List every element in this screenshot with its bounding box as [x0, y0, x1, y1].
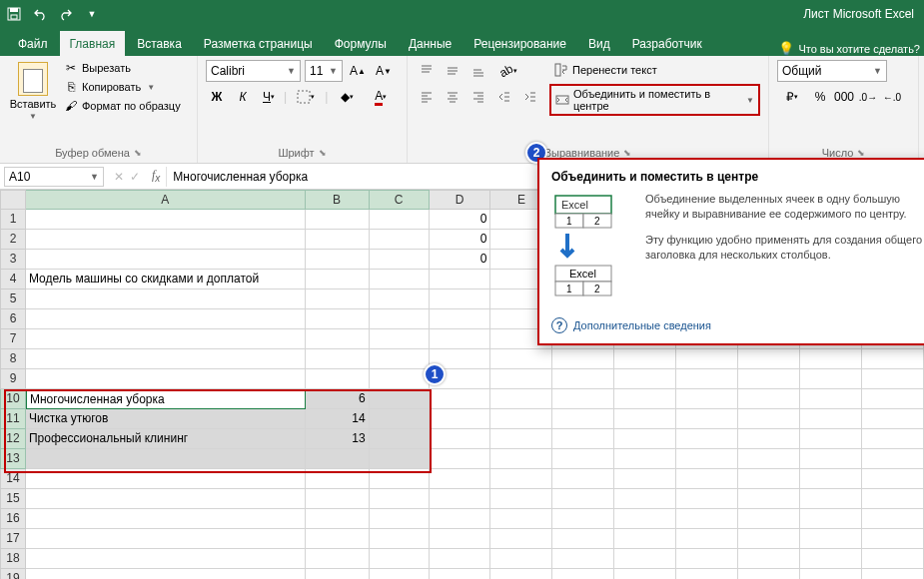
cell-K9[interactable] [862, 369, 924, 389]
cell-H13[interactable] [676, 449, 738, 469]
cell-F10[interactable] [552, 389, 614, 409]
cell-I12[interactable] [738, 429, 800, 449]
cell-C16[interactable] [370, 509, 430, 529]
cell-D6[interactable] [430, 309, 491, 329]
redo-icon[interactable] [56, 4, 76, 24]
cell-J15[interactable] [800, 489, 862, 509]
cell-I14[interactable] [738, 469, 800, 489]
cell-E19[interactable] [490, 569, 552, 579]
cell-A11[interactable]: Чистка утюгов [26, 409, 306, 429]
cell-A12[interactable]: Профессиональный клининг [26, 429, 306, 449]
cell-K10[interactable] [862, 389, 924, 409]
tab-insert[interactable]: Вставка [127, 31, 192, 56]
tooltip-more-info-link[interactable]: ? Дополнительные сведения [551, 317, 923, 333]
cell-D1[interactable]: 0 [430, 210, 491, 230]
cell-E13[interactable] [490, 449, 552, 469]
cell-B1[interactable] [306, 210, 370, 230]
cell-H11[interactable] [676, 409, 738, 429]
cell-A13[interactable] [26, 449, 306, 469]
row-header-18[interactable]: 18 [0, 549, 26, 569]
cell-A1[interactable] [26, 210, 306, 230]
cell-C17[interactable] [370, 529, 430, 549]
number-launcher-icon[interactable]: ⬊ [857, 148, 865, 158]
cell-J9[interactable] [800, 369, 862, 389]
underline-button[interactable]: Ч▾ [258, 86, 280, 108]
cell-B6[interactable] [306, 309, 370, 329]
cell-I9[interactable] [738, 369, 800, 389]
cell-E14[interactable] [490, 469, 552, 489]
tab-data[interactable]: Данные [399, 31, 462, 56]
cell-K12[interactable] [862, 429, 924, 449]
tab-developer[interactable]: Разработчик [622, 31, 712, 56]
cell-I15[interactable] [738, 489, 800, 509]
copy-button[interactable]: ⎘Копировать▼ [62, 79, 183, 95]
decrease-decimal-button[interactable]: ←.0 [881, 86, 903, 108]
tell-me-search[interactable]: 💡 Что вы хотите сделать? [778, 41, 924, 56]
orientation-button[interactable]: ab▾ [493, 60, 523, 82]
font-launcher-icon[interactable]: ⬊ [319, 148, 327, 158]
cell-A17[interactable] [26, 529, 306, 549]
cell-G17[interactable] [614, 529, 676, 549]
cell-C12[interactable] [370, 429, 430, 449]
increase-indent-button[interactable] [519, 86, 541, 108]
cell-C3[interactable] [370, 250, 430, 270]
cell-B16[interactable] [306, 509, 370, 529]
row-header-9[interactable]: 9 [0, 369, 26, 389]
cell-I17[interactable] [738, 529, 800, 549]
cell-B9[interactable] [306, 369, 370, 389]
row-header-8[interactable]: 8 [0, 349, 26, 369]
cell-B14[interactable] [306, 469, 370, 489]
cell-D5[interactable] [430, 290, 491, 309]
cell-G13[interactable] [614, 449, 676, 469]
comma-style-button[interactable]: 000 [833, 86, 855, 108]
align-right-button[interactable] [467, 86, 489, 108]
name-box[interactable]: A10▼ [4, 167, 104, 187]
cell-K15[interactable] [862, 489, 924, 509]
cell-D19[interactable] [430, 569, 491, 579]
cell-G19[interactable] [614, 569, 676, 579]
row-header-16[interactable]: 16 [0, 509, 26, 529]
tab-formulas[interactable]: Формулы [325, 31, 397, 56]
cell-E11[interactable] [490, 409, 552, 429]
cell-B11[interactable]: 14 [306, 409, 370, 429]
cell-B12[interactable]: 13 [306, 429, 370, 449]
merge-center-button[interactable]: Объединить и поместить в центре ▼ [549, 84, 760, 116]
cell-C8[interactable] [370, 349, 430, 369]
paste-button[interactable]: Вставить ▼ [8, 60, 58, 123]
cell-J12[interactable] [800, 429, 862, 449]
cell-B19[interactable] [306, 569, 370, 579]
cell-C7[interactable] [370, 329, 430, 349]
cell-I13[interactable] [738, 449, 800, 469]
cell-J11[interactable] [800, 409, 862, 429]
cell-A9[interactable] [26, 369, 306, 389]
cell-K16[interactable] [862, 509, 924, 529]
cell-A18[interactable] [26, 549, 306, 569]
decrease-indent-button[interactable] [493, 86, 515, 108]
cell-G16[interactable] [614, 509, 676, 529]
cell-A6[interactable] [26, 309, 306, 329]
cell-C4[interactable] [370, 270, 430, 290]
cell-B4[interactable] [306, 270, 370, 290]
cell-F16[interactable] [552, 509, 614, 529]
cell-J18[interactable] [800, 549, 862, 569]
row-header-2[interactable]: 2 [0, 230, 26, 250]
cell-K19[interactable] [862, 569, 924, 579]
cell-F11[interactable] [552, 409, 614, 429]
cell-D17[interactable] [430, 529, 491, 549]
row-header-14[interactable]: 14 [0, 469, 26, 489]
cell-G9[interactable] [614, 369, 676, 389]
cell-F12[interactable] [552, 429, 614, 449]
cell-J17[interactable] [800, 529, 862, 549]
cell-C10[interactable] [370, 389, 430, 409]
cell-E18[interactable] [490, 549, 552, 569]
cell-J14[interactable] [800, 469, 862, 489]
cell-K14[interactable] [862, 469, 924, 489]
font-name-combo[interactable]: Calibri▼ [206, 60, 301, 82]
cell-E10[interactable] [490, 389, 552, 409]
cell-A2[interactable] [26, 230, 306, 250]
cell-K13[interactable] [862, 449, 924, 469]
row-header-13[interactable]: 13 [0, 449, 26, 469]
cell-C19[interactable] [370, 569, 430, 579]
fill-color-button[interactable]: ◆▾ [332, 86, 362, 108]
cell-J19[interactable] [800, 569, 862, 579]
